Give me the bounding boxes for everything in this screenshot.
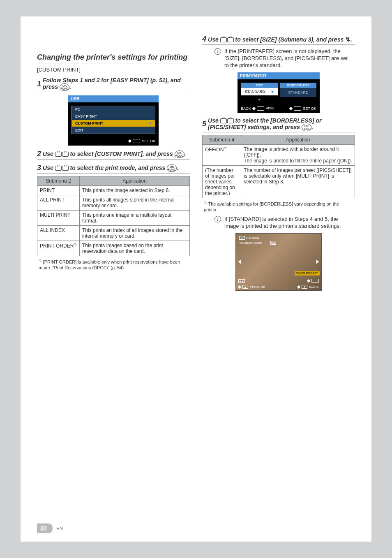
step-number: 2 [37,150,41,158]
table-key: MULTI PRINT [37,211,80,226]
page-number-badge: 52 [37,523,53,533]
step-number: 5 [202,120,206,128]
table-val: The number of images per sheet ([PICS/SH… [241,165,355,198]
diamond-icon [289,107,293,110]
ok-func-icon: OKFUNC [302,124,311,131]
step-2: 2 Use to select [CUSTOM PRINT], and pres… [37,150,190,160]
table-val: This prints one image in a multiple layo… [80,211,190,226]
info-icon: ! [214,216,221,222]
step-5: 5 Use to select the [BORDERLESS] or [PIC… [202,117,355,132]
table-val: This prints all images stored in the int… [80,195,190,211]
table-val: This prints the image selected in Step 6… [80,186,190,195]
lcd-menu-label: MENU [266,107,274,110]
step-text: to select [CUSTOM PRINT], and press [70,150,174,157]
table-header: Application [80,176,190,186]
table-header: Submenu 2 [37,176,80,186]
step-text: to select [SIZE] (Submenu 3), and press [235,36,345,43]
step-text: Use [43,150,55,157]
chevron-down-icon [258,99,261,101]
table-key: ALL INDEX [37,226,80,241]
lcd-col-header: SIZE [241,83,278,88]
lcd-menu-item: EASY PRINT [72,113,155,120]
in-badge: IN [239,236,245,240]
step-text-end: . [184,150,186,157]
lcd-menu-item: EXIT [72,127,155,134]
key-icon [257,107,264,111]
page-footer-lang: EN [57,526,63,531]
step-text-end: . [350,36,352,43]
lcd-foot-text: SET OK [142,139,155,143]
key-icon [294,107,301,111]
print-mode-table: Submenu 2 Application PRINTThis prints t… [37,176,190,256]
step-text: to select the print mode, and press [70,164,167,171]
section-title: Changing the printer's settings for prin… [37,53,190,63]
key-icon [133,139,140,143]
note-text: If [STANDARD] is selected in Steps 4 and… [224,216,351,230]
step-number: 4 [202,35,206,44]
note: ! If the [PRINTPAPER] screen is not disp… [214,48,351,69]
overlay-print-label: ▲PRINT OK [238,285,265,289]
lcd-menu-item-selected: CUSTOM PRINT [72,120,155,127]
step-text: Use [208,36,220,43]
lcd-photo-preview: IN 100-0004 '08/10/26 00:00 FILE SINGLEP… [235,233,322,291]
chevron-right-icon [272,90,274,93]
lcd-title: USB [68,95,159,102]
note: ! If [STANDARD] is selected in Steps 4 a… [214,216,351,230]
info-icon: ! [214,48,221,55]
lcd-back: BACK [241,107,251,111]
nav-left-icon [238,259,241,265]
table-header: Application [241,135,355,144]
overlay-more-label: ▼MORE [297,285,319,289]
note-text: If the [PRINTPAPER] screen is not displa… [224,48,351,69]
table-key: (The number of images per sheet varies d… [203,165,241,198]
lcd-col-header: BORDERLESS [280,83,316,88]
subtitle: [CUSTOM PRINT] [37,67,190,73]
ok-func-icon: OKFUNC [167,164,177,172]
up-down-nav-icon [220,118,234,123]
step-4: 4 Use to select [SIZE] (Submenu 3), and … [202,35,355,45]
footnote: *1 The available settings for [BORDERLES… [204,201,353,213]
diamond-icon [252,107,255,110]
up-down-nav-icon [55,152,69,157]
table-key: PRINT [37,186,80,195]
step-number: 3 [37,164,41,172]
lcd-borderless-val: STANDARD [280,88,316,97]
lcd-menu-item: PC [72,106,155,113]
footnote: *1 [PRINT ORDER] is available only when … [39,259,188,271]
ok-func-icon: OKFUNC [60,83,69,91]
table-val: This prints images based on the print re… [80,241,190,256]
step-text-end: . [177,164,178,171]
table-header: Submenu 4 [203,135,241,144]
diamond-icon [128,139,131,143]
overlay-bottom-left: ◄► [238,279,245,283]
step-text: Use [208,117,220,124]
borderless-table: Submenu 4 Application OFF/ON*1 The image… [202,135,355,198]
overlay-top-left: IN 100-0004 '08/10/26 00:00 FILE [239,236,261,240]
up-down-nav-icon [55,166,69,171]
chevron-right-icon [150,122,152,125]
table-val: This prints an index of all images store… [80,226,190,241]
step-3: 3 Use to select the print mode, and pres… [37,164,190,174]
singleprint-badge: SINGLEPRINT [295,271,320,276]
step-text: Use [43,164,55,171]
step-number: 1 [37,80,41,88]
step-text-end: . [69,83,71,90]
lcd-paper-size: STANDARD [241,88,278,95]
table-key: OFF/ON*1 [203,144,241,165]
lcd-usb-menu: USB PC EASY PRINT CUSTOM PRINT EXIT SET … [68,95,159,146]
page-footer: 52 EN [37,523,355,533]
up-down-nav-icon [220,37,234,42]
file-badge: FILE [270,241,276,245]
table-val: The image is printed with a border aroun… [241,144,355,165]
table-key: PRINT ORDER*1 [37,241,80,256]
flash-right-icon: ↯ [345,35,350,43]
ok-func-icon: OKFUNC [175,150,184,158]
lcd-printpaper: PRINTPAPER SIZE STANDARD BORDERLESS [238,72,320,113]
overlay-bottom-right [307,279,319,283]
nav-right-icon [316,259,319,265]
lcd-title: PRINTPAPER [238,72,320,79]
lcd-foot-text: SET OK [303,107,316,111]
step-text-end: . [311,124,313,130]
step-1: 1 Follow Steps 1 and 2 for [EASY PRINT] … [37,77,190,92]
table-key: ALL PRINT [37,195,80,211]
